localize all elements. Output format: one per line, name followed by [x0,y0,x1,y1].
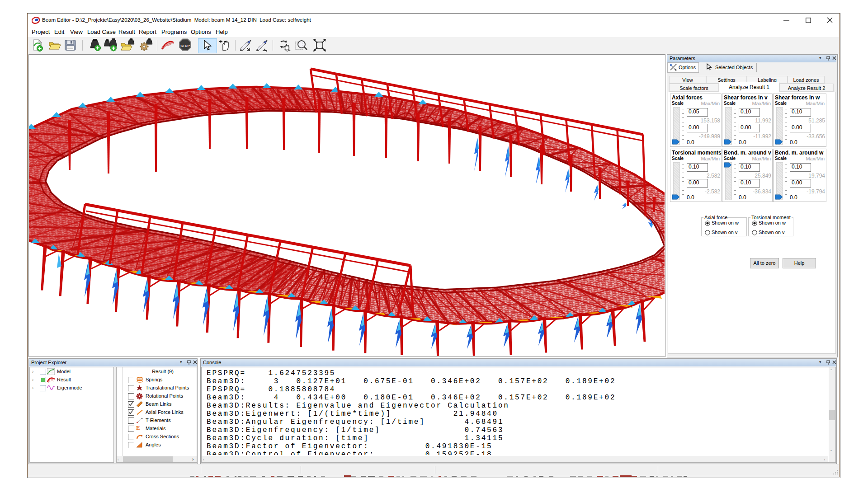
svg-text:STOP: STOP [180,44,189,48]
